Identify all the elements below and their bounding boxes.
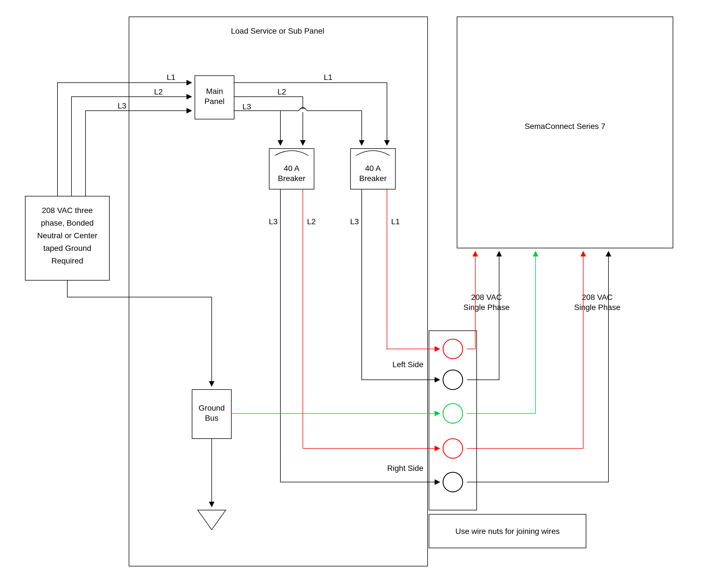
b2-L1-label: L1 [391,217,400,226]
b1-L3-label: L3 [269,217,278,226]
load-panel-box [129,17,428,566]
left-side-label: Left Side [392,360,423,369]
L2-in-label: L2 [154,87,163,96]
terminal-5-black [443,472,463,492]
semaconnect-title: SemaConnect Series 7 [525,122,605,131]
b1-L2-label: L2 [307,217,316,226]
terminal-4-red [443,439,463,458]
terminal-3-green [443,404,463,423]
phase2-label: 208 VACSingle Phase [574,293,620,312]
semaconnect-box [457,17,673,248]
load-panel-title: Load Service or Sub Panel [231,27,324,35]
L1-in-label: L1 [167,73,175,82]
L3-in-label: L3 [118,102,126,110]
svg-rect-0 [299,109,307,112]
phase1-label: 208 VACSingle Phase [463,293,509,312]
terminal-2-black [443,370,463,390]
wire-t5-up [467,254,609,482]
terminal-1-red [443,339,463,359]
wire-t4-up [467,254,583,448]
wire-t3-up [467,254,535,413]
L1-bus-label: L1 [324,73,332,82]
right-side-label: Right Side [387,464,423,472]
wire-nuts-label: Use wire nuts for joining wires [455,527,560,536]
wiring-diagram: Load Service or Sub Panel SemaConnect Se… [0,0,715,588]
L3-bus-label: L3 [242,102,251,111]
b2-L3-label: L3 [350,217,359,226]
L2-bus-label: L2 [277,87,286,96]
